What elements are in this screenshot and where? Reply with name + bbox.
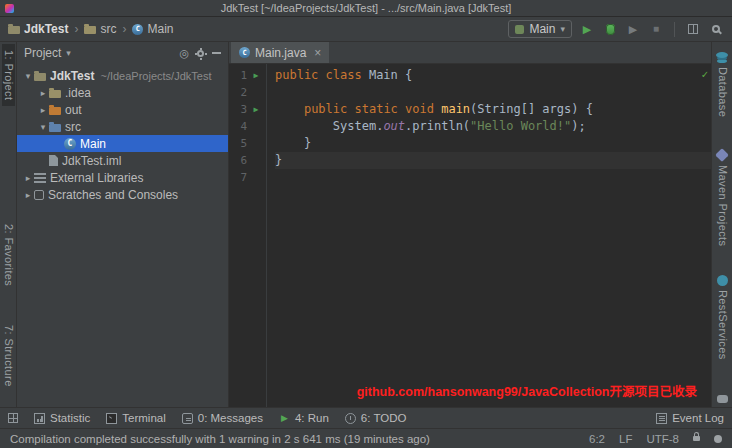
code-line-6[interactable]: } — [275, 152, 711, 169]
line-number: 5 — [229, 135, 247, 152]
tree-item-out[interactable]: ▸out — [17, 101, 228, 118]
tree-item-label: Scratches and Consoles — [48, 188, 178, 202]
breadcrumb-item-main[interactable]: CMain — [132, 22, 173, 36]
run-with-coverage-button[interactable]: ▶ — [625, 21, 641, 37]
run-gutter-icon[interactable]: ▶ — [247, 67, 265, 84]
code-line-2[interactable] — [275, 84, 711, 101]
toolwindow-button-terminal[interactable]: Terminal — [106, 412, 165, 424]
debug-button[interactable] — [602, 24, 618, 35]
line-separator-widget[interactable]: LF — [619, 433, 632, 445]
tree-item-jdktest-iml[interactable]: JdkTest.iml — [17, 152, 228, 169]
line-number: 2 — [229, 84, 247, 101]
encoding-widget[interactable]: UTF-8 — [646, 433, 679, 445]
line-number: 7 — [229, 169, 247, 186]
collapse-icon[interactable]: ▾ — [22, 71, 34, 81]
code-token: System. — [275, 119, 383, 133]
toolwindow-button-label: Statistic — [50, 412, 90, 424]
run-config-select[interactable]: Main ▾ — [508, 20, 572, 38]
code-line-7[interactable] — [275, 169, 711, 186]
tree-item-label: JdkTest — [50, 69, 94, 83]
close-icon[interactable]: × — [314, 48, 321, 58]
file-icon — [49, 155, 58, 166]
tree-item-main[interactable]: CMain — [17, 135, 228, 152]
toolwindow-layout-button[interactable] — [685, 24, 701, 34]
folder-source-icon — [49, 124, 61, 132]
code-line-3[interactable]: public static void main(String[] args) { — [275, 101, 711, 118]
gutter-line-3: 3▶ — [229, 101, 266, 118]
run-button[interactable]: ▶ — [579, 21, 595, 37]
line-number: 6 — [229, 152, 247, 169]
breadcrumb-item-jdktest[interactable]: JdkTest — [8, 22, 68, 36]
breadcrumb-item-src[interactable]: src — [84, 22, 116, 36]
tool-button-label: 7: Structure — [3, 325, 14, 387]
code-line-5[interactable]: } — [275, 135, 711, 152]
run-config-icon — [515, 25, 524, 34]
scratches-icon — [34, 190, 44, 200]
chevron-down-icon: ▾ — [66, 48, 71, 58]
search-icon — [712, 25, 720, 33]
project-panel-title: Project — [24, 46, 61, 60]
editor-gutter: 1▶23▶4567 — [229, 64, 267, 407]
toolwindow-button-0-messages[interactable]: 0: Messages — [182, 412, 263, 424]
breadcrumb: JdkTest›src›CMain — [8, 22, 173, 36]
expand-icon[interactable]: ▸ — [37, 88, 49, 98]
hide-panel-icon[interactable] — [212, 52, 221, 54]
editor[interactable]: 1▶23▶4567 public class Main { public sta… — [229, 64, 711, 407]
expand-icon[interactable]: ▸ — [22, 173, 34, 183]
toolwindow-switcher-icon[interactable] — [8, 413, 18, 423]
maven-icon — [715, 149, 729, 163]
run-gutter-icon[interactable]: ▶ — [247, 101, 265, 118]
gutter-line-4: 4 — [229, 118, 266, 135]
hector-icon[interactable] — [714, 435, 722, 443]
database-icon — [716, 52, 728, 58]
collapse-icon[interactable]: ▾ — [37, 122, 49, 132]
tree-item-src[interactable]: ▾src — [17, 118, 228, 135]
tool-button-7-structure[interactable]: 7: Structure — [2, 319, 15, 393]
toolbar-actions: Main ▾ ▶ ▶ ■ — [508, 20, 724, 38]
toolwindow-button-label: Event Log — [672, 412, 724, 424]
expand-icon[interactable]: ▸ — [37, 105, 49, 115]
tree-item-idea[interactable]: ▸.idea — [17, 84, 228, 101]
toolwindow-button-6-todo[interactable]: 6: TODO — [345, 412, 407, 424]
tree-item-jdktest[interactable]: ▾JdkTest~/IdeaProjects/JdkTest — [17, 67, 228, 84]
class-icon: C — [239, 47, 250, 58]
ide-window: JdkTest [~/IdeaProjects/JdkTest] - .../s… — [0, 0, 732, 448]
folder-icon — [84, 26, 96, 34]
code-area: public class Main { public static void m… — [267, 64, 711, 407]
locate-icon[interactable]: ◎ — [179, 47, 189, 60]
project-panel-actions: ◎ — [179, 47, 221, 60]
tab-main-java[interactable]: C Main.java × — [231, 42, 329, 63]
project-view-selector[interactable]: Project ▾ — [24, 46, 71, 60]
bug-icon — [606, 24, 615, 35]
tree-item-label: out — [65, 103, 82, 117]
tool-button-label: Maven Projects — [717, 165, 728, 246]
tool-button-maven-projects[interactable]: Maven Projects — [715, 143, 729, 252]
toolwindow-button-label: 0: Messages — [198, 412, 263, 424]
tree-item-scratches-and-consoles[interactable]: ▸Scratches and Consoles — [17, 186, 228, 203]
code-line-1[interactable]: public class Main { — [275, 67, 711, 84]
code-token: (String[] args) { — [470, 102, 593, 116]
project-panel-header: Project ▾ ◎ — [17, 42, 228, 64]
toolwindow-button-statistic[interactable]: Statistic — [34, 412, 90, 424]
inspections-ok-icon[interactable]: ✓ — [701, 66, 708, 83]
line-number: 1 — [229, 67, 247, 84]
chevron-down-icon: ▾ — [560, 24, 565, 34]
code-line-4[interactable]: System.out.println("Hello World!"); — [275, 118, 711, 135]
expand-icon[interactable]: ▸ — [22, 190, 34, 200]
bottom-items: StatisticTerminal0: Messages▶4: Run6: TO… — [34, 412, 406, 424]
tree-item-external-libraries[interactable]: ▸External Libraries — [17, 169, 228, 186]
tool-button-2-favorites[interactable]: 2: Favorites — [2, 218, 15, 292]
main-toolbar: JdkTest›src›CMain Main ▾ ▶ ▶ ■ — [0, 17, 732, 42]
caret-position-widget[interactable]: 6:2 — [589, 433, 605, 445]
search-everywhere-button[interactable] — [708, 25, 724, 33]
tool-button-label: Database — [717, 67, 728, 117]
code-token: ); — [571, 119, 585, 133]
tool-button-database[interactable]: Database — [715, 46, 729, 123]
stop-button[interactable]: ■ — [648, 21, 664, 37]
lock-icon[interactable] — [693, 436, 700, 441]
gear-icon[interactable] — [197, 50, 204, 57]
toolwindow-button-4-run[interactable]: ▶4: Run — [279, 412, 329, 424]
tool-button-1-project[interactable]: 1: Project — [2, 44, 15, 106]
toolwindow-button-event-log[interactable]: Event Log — [656, 412, 724, 424]
tool-button-restservices[interactable]: RestServices — [716, 269, 729, 366]
